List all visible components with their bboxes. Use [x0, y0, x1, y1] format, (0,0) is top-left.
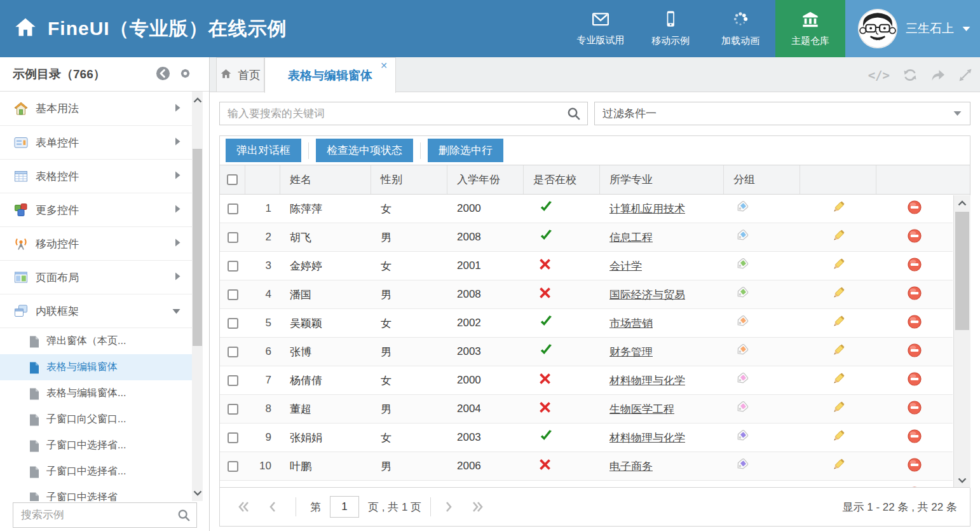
table-scrollbar[interactable]: [953, 195, 970, 488]
sidebar-subitem[interactable]: 子窗口中选择省...: [0, 459, 192, 485]
table-row[interactable]: 5 吴颖颖 女 2002 市场营销: [220, 309, 953, 338]
pencil-icon[interactable]: [831, 257, 846, 275]
nav-item-bank[interactable]: 主题仓库: [775, 0, 845, 57]
sidebar-item-form[interactable]: 表单控件: [0, 125, 192, 159]
delete-icon[interactable]: [908, 200, 922, 217]
action-button-0[interactable]: 弹出对话框: [226, 139, 301, 162]
page-next-icon[interactable]: [445, 501, 453, 513]
row-checkbox[interactable]: [228, 432, 238, 443]
action-button-1[interactable]: 检查选中项状态: [316, 139, 413, 162]
filter-dropdown[interactable]: 过滤条件一: [594, 102, 970, 125]
pencil-icon[interactable]: [831, 371, 846, 389]
sidebar-subitem[interactable]: 表格与编辑窗体: [0, 354, 192, 380]
home-icon[interactable]: [14, 16, 37, 41]
pencil-icon[interactable]: [831, 457, 846, 475]
sidebar-scrollbar[interactable]: [192, 92, 203, 501]
user-menu[interactable]: 三生石上: [845, 0, 980, 57]
delete-icon[interactable]: [908, 458, 922, 475]
row-checkbox[interactable]: [228, 318, 238, 329]
delete-icon[interactable]: [908, 315, 922, 332]
nav-item-spinner[interactable]: 加载动画: [705, 0, 775, 57]
page-number-input[interactable]: [330, 496, 359, 518]
back-circle-icon[interactable]: [156, 66, 170, 83]
table-row[interactable]: 11 叶晓晓 女 2002 管理学: [220, 481, 953, 487]
table-row[interactable]: 3 金婷婷 女 2001 会计学: [220, 252, 953, 280]
row-checkbox[interactable]: [228, 375, 238, 386]
row-checkbox[interactable]: [228, 232, 238, 243]
delete-icon[interactable]: [908, 286, 922, 303]
major-link[interactable]: 材料物理与化学: [609, 431, 685, 445]
row-checkbox[interactable]: [228, 261, 238, 272]
column-header-major[interactable]: 所学专业: [600, 165, 724, 194]
action-button-2[interactable]: 删除选中行: [428, 139, 503, 162]
row-checkbox[interactable]: [228, 347, 238, 357]
search-icon[interactable]: [567, 107, 580, 120]
sidebar-search-input[interactable]: [13, 509, 177, 521]
sidebar-item-layout[interactable]: 页面布局: [0, 260, 192, 294]
sidebar-subitem[interactable]: 子窗口向父窗口...: [0, 406, 192, 432]
sidebar-item-antenna[interactable]: 移动控件: [0, 226, 192, 260]
column-header-year[interactable]: 入学年份: [447, 165, 524, 194]
scroll-down-icon[interactable]: [192, 485, 203, 501]
column-header-group[interactable]: 分组: [724, 165, 800, 194]
scroll-up-icon[interactable]: [954, 195, 970, 210]
sidebar-item-grid[interactable]: 表格控件: [0, 159, 192, 193]
table-row[interactable]: 1 陈萍萍 女 2000 计算机应用技术: [220, 195, 953, 223]
row-checkbox[interactable]: [228, 289, 238, 300]
major-link[interactable]: 材料物理与化学: [609, 373, 685, 388]
major-link[interactable]: 国际经济与贸易: [609, 287, 685, 302]
table-row[interactable]: 9 张娟娟 女 2003 材料物理与化学: [220, 424, 953, 452]
page-first-icon[interactable]: [238, 501, 250, 513]
table-row[interactable]: 8 董超 男 2004 生物医学工程: [220, 395, 953, 424]
sidebar-item-cubes[interactable]: 更多控件: [0, 193, 192, 226]
row-checkbox[interactable]: [228, 203, 238, 214]
select-all-checkbox[interactable]: [227, 174, 238, 185]
row-checkbox[interactable]: [228, 404, 238, 415]
row-checkbox[interactable]: [228, 461, 238, 472]
delete-icon[interactable]: [908, 229, 922, 246]
keyword-search-input[interactable]: [220, 107, 567, 120]
column-header-gender[interactable]: 性别: [371, 165, 447, 194]
table-row[interactable]: 7 杨倩倩 女 2000 材料物理与化学: [220, 366, 953, 395]
tab-home[interactable]: 首页: [216, 57, 264, 92]
scroll-down-icon[interactable]: [954, 472, 970, 488]
pencil-icon[interactable]: [831, 314, 846, 332]
delete-icon[interactable]: [908, 429, 922, 446]
delete-icon[interactable]: [908, 343, 922, 361]
major-link[interactable]: 计算机应用技术: [609, 202, 685, 216]
major-link[interactable]: 会计学: [609, 259, 642, 273]
sidebar-item-frames[interactable]: 内联框架: [0, 294, 192, 328]
major-link[interactable]: 生物医学工程: [609, 402, 674, 417]
major-link[interactable]: 财务管理: [609, 345, 653, 359]
page-prev-icon[interactable]: [269, 501, 276, 513]
sidebar-item-home-colored[interactable]: 基本用法: [0, 92, 192, 125]
scroll-up-icon[interactable]: [192, 92, 203, 108]
major-link[interactable]: 信息工程: [609, 230, 653, 245]
major-link[interactable]: 市场营销: [609, 316, 653, 331]
pencil-icon[interactable]: [831, 200, 846, 217]
delete-icon[interactable]: [908, 401, 922, 418]
sidebar-subitem[interactable]: 表格与编辑窗体...: [0, 380, 192, 406]
search-icon[interactable]: [177, 509, 190, 521]
pencil-icon[interactable]: [831, 228, 846, 246]
pencil-icon[interactable]: [831, 429, 846, 446]
code-icon[interactable]: </>: [868, 68, 890, 82]
sidebar-subitem[interactable]: 子窗口中选择省: [0, 485, 192, 501]
pencil-icon[interactable]: [831, 400, 846, 418]
pencil-icon[interactable]: [831, 343, 846, 361]
nav-item-envelope[interactable]: 专业版试用: [566, 0, 636, 57]
close-icon[interactable]: ✕: [380, 61, 388, 70]
tab-grid-edit-window[interactable]: 表格与编辑窗体 ✕: [264, 57, 396, 93]
table-row[interactable]: 2 胡飞 男 2008 信息工程: [220, 223, 953, 252]
refresh-icon[interactable]: [902, 67, 918, 83]
table-row[interactable]: 6 张博 男 2003 财务管理: [220, 338, 953, 366]
table-row[interactable]: 4 潘国 男 2008 国际经济与贸易: [220, 280, 953, 309]
page-last-icon[interactable]: [472, 501, 484, 513]
expand-icon[interactable]: [958, 68, 972, 82]
sidebar-subitem[interactable]: 弹出窗体（本页...: [0, 328, 192, 354]
table-row[interactable]: 10 叶鹏 男 2006 电子商务: [220, 452, 953, 481]
settings-gear-icon[interactable]: [178, 66, 193, 83]
pencil-icon[interactable]: [831, 286, 846, 303]
column-header-enrolled[interactable]: 是否在校: [524, 165, 600, 194]
scrollbar-thumb[interactable]: [193, 149, 202, 346]
